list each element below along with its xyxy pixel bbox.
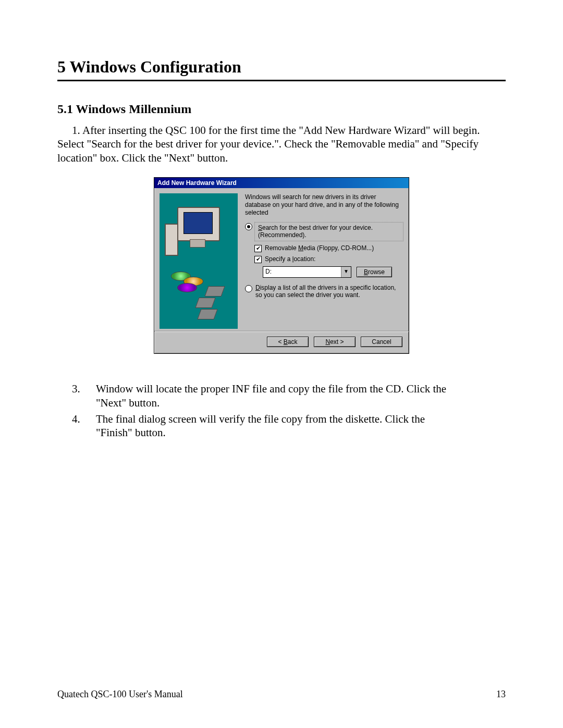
floppy-icon [197,309,217,319]
tower-icon [165,224,178,256]
dialog-intro-text: Windows will search for new drivers in i… [245,193,403,217]
chapter-title: 5 Windows Configuration [57,57,506,77]
step-3-text: Window will locate the proper INF file a… [96,382,450,410]
disc-icon [177,283,197,292]
back-button[interactable]: < Back [267,337,309,347]
step-1: 1.After inserting the QSC 100 for the fi… [57,124,506,165]
checkbox-removable-label: Removable Media (Floppy, CD-ROM...) [265,244,374,252]
step-3: 3. Window will locate the proper INF fil… [72,382,506,410]
step-3-number: 3. [72,382,96,410]
chapter-rule [57,80,506,81]
floppy-icon [195,298,215,308]
step-1-number: 1. [57,124,82,137]
footer-page-number: 13 [496,689,506,700]
section-title: 5.1 Windows Millennium [57,102,506,116]
radio-icon [245,223,252,230]
cancel-button[interactable]: Cancel [361,337,402,347]
location-combobox[interactable]: D: ▼ [263,266,351,278]
step-4: 4. The final dialog screen will verify t… [72,412,506,440]
step-4-text: The final dialog screen will verify the … [96,412,450,440]
browse-button[interactable]: Browse [357,267,392,277]
next-button[interactable]: Next > [314,337,356,347]
radio-icon [245,285,252,292]
checkbox-icon: ✔ [254,245,262,252]
dialog-titlebar: Add New Hardware Wizard [154,178,409,188]
checkbox-specify-location[interactable]: ✔ Specify a location: [245,255,403,263]
monitor-icon [177,207,220,241]
radio-display-list[interactable]: Display a list of all the drivers in a s… [245,284,403,299]
chevron-down-icon[interactable]: ▼ [341,267,351,277]
radio-search-label: Search for the best driver for your devi… [254,222,403,241]
checkbox-icon: ✔ [254,256,262,263]
checkbox-removable-media[interactable]: ✔ Removable Media (Floppy, CD-ROM...) [245,244,403,252]
monitor-stand-icon [190,239,205,248]
radio-display-label: Display a list of all the drivers in a s… [255,284,403,299]
location-value: D: [263,267,341,277]
checkbox-specify-label: Specify a location: [265,255,315,263]
step-4-number: 4. [72,412,96,440]
wizard-illustration [160,193,238,329]
footer-left: Quatech QSC-100 User's Manual [57,689,183,700]
wizard-dialog: Add New Hardware Wizard Windows will sea… [154,177,409,354]
step-1-text: After inserting the QSC 100 for the firs… [57,124,480,164]
floppy-icon [204,286,225,297]
radio-search-best-driver[interactable]: Search for the best driver for your devi… [245,222,403,241]
